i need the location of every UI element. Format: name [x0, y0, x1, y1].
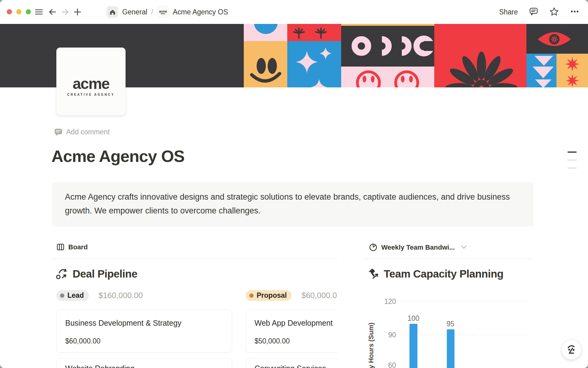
home-icon [109, 9, 116, 16]
bar-1[interactable] [409, 324, 417, 368]
acme-mini-logo: acme [159, 10, 167, 13]
arrow-left-icon [48, 7, 57, 17]
team-capacity-heading: Team Capacity Planning [367, 267, 503, 280]
proposal-status-label: Proposal [257, 291, 287, 300]
page-favicon[interactable]: acme [157, 6, 169, 18]
chart-y-axis-label: y Hours (Sum) [367, 323, 375, 368]
chart-view-selector[interactable]: Weekly Team Bandwi... [369, 243, 467, 252]
titlebar: General / acme Acme Agency OS Share [0, 0, 588, 24]
plus-icon [73, 7, 82, 17]
lead-status-dot [60, 293, 64, 298]
bar-1-value: 100 [408, 314, 419, 322]
deal-pipeline-board: Lead $160,000.00 Business Development & … [52, 288, 337, 368]
ai-face-icon [566, 344, 577, 355]
card-title: Business Development & Strategy [65, 319, 181, 328]
titlebar-actions: Share [499, 0, 579, 24]
y-tick-120: 120 [384, 297, 396, 305]
lead-column-total: $160,000.00 [99, 291, 143, 300]
close-window-button[interactable] [7, 9, 12, 14]
chart-bars [409, 324, 454, 368]
left-view-divider [52, 259, 337, 259]
acme-logo-text: acme [73, 77, 109, 90]
zoom-window-button[interactable] [26, 9, 31, 14]
hammer-icon [367, 267, 380, 280]
team-capacity-bar-chart: 120 90 60 y Hours (Sum) 100 95 [363, 291, 532, 368]
hamburger-icon [34, 7, 43, 17]
proposal-status-dot [249, 293, 254, 298]
notion-ai-button[interactable] [561, 339, 582, 360]
lead-status-label: Lead [67, 291, 84, 300]
pipeline-icon [56, 267, 69, 280]
breadcrumb-page[interactable]: Acme Agency OS [173, 8, 228, 16]
outline-line-active [567, 151, 577, 153]
chart-y-ticks: 120 90 60 [384, 297, 396, 368]
description-callout: Acme Agency crafts innovative designs an… [52, 182, 533, 226]
card-copywriting-services[interactable]: Copywriting Services [246, 358, 337, 368]
card-web-app-development[interactable]: Web App Development $50,000.00 [246, 310, 337, 353]
bar-2[interactable] [447, 329, 454, 368]
forward-button[interactable] [61, 7, 70, 17]
breadcrumb-separator: / [151, 8, 153, 16]
board-tab-label: Board [68, 243, 88, 251]
chart-view-label: Weekly Team Bandwi... [381, 243, 455, 251]
board-column-proposal: Proposal $60,000.0 Web App Development $… [246, 288, 337, 368]
arrow-right-icon [61, 7, 70, 17]
new-tab-button[interactable] [73, 7, 82, 17]
chevron-down-icon [461, 245, 467, 249]
tab-board-view[interactable]: Board [56, 243, 88, 251]
deal-pipeline-heading: Deal Pipeline [56, 267, 137, 280]
more-options-button[interactable] [570, 7, 579, 17]
comments-button[interactable] [529, 7, 538, 17]
outline-line [567, 167, 577, 169]
status-badge-proposal[interactable]: Proposal [246, 290, 292, 301]
acme-mini-underline [161, 13, 165, 14]
home-button[interactable] [107, 6, 118, 18]
chart-gridlines [400, 301, 530, 335]
lead-column-header: Lead $160,000.00 [56, 290, 143, 301]
y-tick-90: 90 [388, 331, 396, 339]
page-title: Acme Agency OS [51, 147, 184, 166]
pie-chart-icon [369, 243, 378, 252]
comment-icon [529, 7, 538, 16]
team-capacity-title: Team Capacity Planning [384, 268, 503, 280]
add-comment-label: Add comment [66, 128, 110, 136]
y-tick-60: 60 [388, 361, 396, 368]
back-button[interactable] [48, 7, 57, 17]
bar-2-value: 95 [447, 320, 454, 328]
board-icon [56, 243, 65, 251]
status-badge-lead[interactable]: Lead [56, 290, 89, 301]
breadcrumb: General / acme Acme Agency OS [107, 0, 228, 24]
minimize-window-button[interactable] [16, 9, 21, 14]
card-title: Web App Development [254, 319, 333, 328]
share-button[interactable]: Share [499, 8, 518, 16]
favorite-button[interactable] [549, 7, 559, 17]
sidebar-menu-button[interactable] [34, 7, 43, 17]
right-view-divider [364, 259, 532, 259]
ellipsis-icon [570, 7, 579, 16]
page-icon[interactable]: acme CREATIVE AGENCY [56, 48, 126, 115]
star-icon [549, 7, 559, 16]
card-title: Copywriting Services [254, 364, 326, 368]
card-title: Website Rebranding [65, 364, 134, 368]
deal-pipeline-title: Deal Pipeline [73, 268, 137, 280]
outline-line [567, 159, 577, 161]
add-comment-button[interactable]: Add comment [54, 128, 110, 136]
window-controls [7, 9, 31, 14]
app-window: General / acme Acme Agency OS Share [0, 0, 588, 368]
breadcrumb-root[interactable]: General [122, 8, 147, 16]
add-comment-icon [54, 128, 63, 136]
proposal-column-header: Proposal $60,000.0 [246, 290, 337, 301]
card-amount: $50,000.00 [254, 337, 290, 345]
card-amount: $60,000.00 [65, 337, 100, 345]
acme-logo-tagline: CREATIVE AGENCY [67, 93, 115, 96]
proposal-column-total: $60,000.0 [301, 291, 337, 300]
board-column-lead: Lead $160,000.00 Business Development & … [56, 288, 232, 368]
card-business-development[interactable]: Business Development & Strategy $60,000.… [56, 310, 232, 353]
card-website-rebranding[interactable]: Website Rebranding [56, 358, 232, 368]
description-text: Acme Agency crafts innovative designs an… [65, 190, 521, 218]
